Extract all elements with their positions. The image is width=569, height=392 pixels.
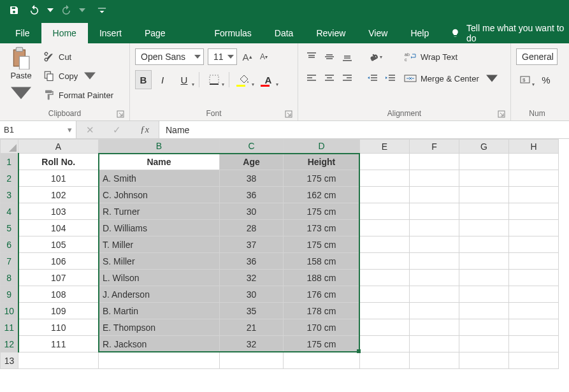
cell-B13[interactable] [99,352,220,369]
row-header-1[interactable]: 1 [1,154,18,170]
cell-F6[interactable] [410,236,459,253]
underline-button[interactable]: U▾ [173,70,195,89]
cell-H3[interactable] [509,187,559,203]
cell-H5[interactable] [509,220,559,236]
cell-D11[interactable]: 170 cm [284,319,360,336]
tab-formulas[interactable]: Formulas [203,23,263,43]
cut-button[interactable]: Cut [41,48,116,65]
align-top-button[interactable] [303,48,320,65]
customize-qat-button[interactable] [93,1,111,19]
tab-file[interactable]: File [4,23,41,43]
cell-A12[interactable]: 111 [18,336,99,352]
tab-insert[interactable]: Insert [88,23,133,43]
cell-H7[interactable] [509,253,559,270]
cell-E8[interactable] [360,270,410,286]
cell-C11[interactable]: 21 [220,319,284,336]
cell-A10[interactable]: 109 [18,303,99,319]
fill-color-button[interactable]: ▾ [233,70,255,89]
cell-E13[interactable] [360,352,410,369]
cell-F3[interactable] [410,187,459,203]
cell-C7[interactable]: 36 [220,253,284,270]
cell-C5[interactable]: 28 [220,220,284,236]
cell-E9[interactable] [360,286,410,303]
cell-H8[interactable] [509,270,559,286]
align-right-button[interactable] [339,70,356,87]
cell-D4[interactable]: 175 cm [284,203,360,220]
cell-G6[interactable] [459,236,509,253]
insert-function-button[interactable]: ƒx [140,124,149,135]
cell-D9[interactable]: 176 cm [284,286,360,303]
cell-G10[interactable] [459,303,509,319]
cell-H10[interactable] [509,303,559,319]
cell-E1[interactable] [360,154,410,170]
decrease-font-size-button[interactable]: A▾ [257,50,270,63]
cell-H12[interactable] [509,336,559,352]
cell-C1[interactable]: Age [220,154,284,170]
cell-G3[interactable] [459,187,509,203]
cell-E3[interactable] [360,187,410,203]
align-bottom-button[interactable] [339,48,356,65]
cell-D3[interactable]: 162 cm [284,187,360,203]
cell-D13[interactable] [284,352,360,369]
cell-G2[interactable] [459,170,509,187]
cell-F13[interactable] [410,352,459,369]
cell-D7[interactable]: 158 cm [284,253,360,270]
redo-dropdown[interactable] [78,1,87,19]
cell-C9[interactable]: 30 [220,286,284,303]
cell-F4[interactable] [410,203,459,220]
align-middle-button[interactable] [321,48,338,65]
cell-D8[interactable]: 188 cm [284,270,360,286]
cell-G9[interactable] [459,286,509,303]
number-format-combo[interactable]: General [516,48,558,65]
bold-button[interactable]: B [135,70,152,89]
cell-E10[interactable] [360,303,410,319]
undo-button[interactable] [25,1,43,19]
cell-E4[interactable] [360,203,410,220]
cell-B8[interactable]: L. Wilson [99,270,220,286]
row-header-12[interactable]: 12 [1,336,18,352]
dialog-launcher-icon[interactable] [498,110,505,118]
tab-help[interactable]: Help [399,23,440,43]
row-header-13[interactable]: 13 [1,352,18,369]
cell-E5[interactable] [360,220,410,236]
cell-F7[interactable] [410,253,459,270]
font-name-combo[interactable]: Open Sans [135,48,204,65]
cell-F10[interactable] [410,303,459,319]
col-header-D[interactable]: D [284,140,360,154]
cell-G5[interactable] [459,220,509,236]
cell-D12[interactable]: 175 cm [284,336,360,352]
cell-B5[interactable]: D. Williams [99,220,220,236]
tell-me-search[interactable]: Tell me what you want to do [450,23,569,43]
cell-E6[interactable] [360,236,410,253]
cell-F9[interactable] [410,286,459,303]
row-header-6[interactable]: 6 [1,236,18,253]
cell-H6[interactable] [509,236,559,253]
cell-B7[interactable]: S. Miller [99,253,220,270]
cell-A2[interactable]: 101 [18,170,99,187]
spreadsheet-grid[interactable]: ABCDEFGH1Roll No.NameAgeHeight2101A. Smi… [0,139,569,369]
cell-H2[interactable] [509,170,559,187]
col-header-E[interactable]: E [360,140,410,154]
cell-C8[interactable]: 32 [220,270,284,286]
name-box[interactable]: B1 ▾ [0,121,76,138]
row-header-5[interactable]: 5 [1,220,18,236]
cell-H4[interactable] [509,203,559,220]
cell-C12[interactable]: 32 [220,336,284,352]
col-header-H[interactable]: H [509,140,559,154]
cell-F1[interactable] [410,154,459,170]
row-header-4[interactable]: 4 [1,203,18,220]
row-header-10[interactable]: 10 [1,303,18,319]
col-header-G[interactable]: G [459,140,509,154]
cell-E7[interactable] [360,253,410,270]
save-button[interactable] [5,1,23,19]
cell-H9[interactable] [509,286,559,303]
cell-D2[interactable]: 175 cm [284,170,360,187]
cell-F5[interactable] [410,220,459,236]
tab-data[interactable]: Data [263,23,305,43]
cell-G12[interactable] [459,336,509,352]
merge-center-button[interactable]: Merge & Center [404,70,498,87]
cell-A13[interactable] [18,352,99,369]
paste-button[interactable]: Paste [5,46,37,105]
tab-page-layout[interactable]: Page Layout [133,23,203,43]
tab-home[interactable]: Home [41,23,88,43]
